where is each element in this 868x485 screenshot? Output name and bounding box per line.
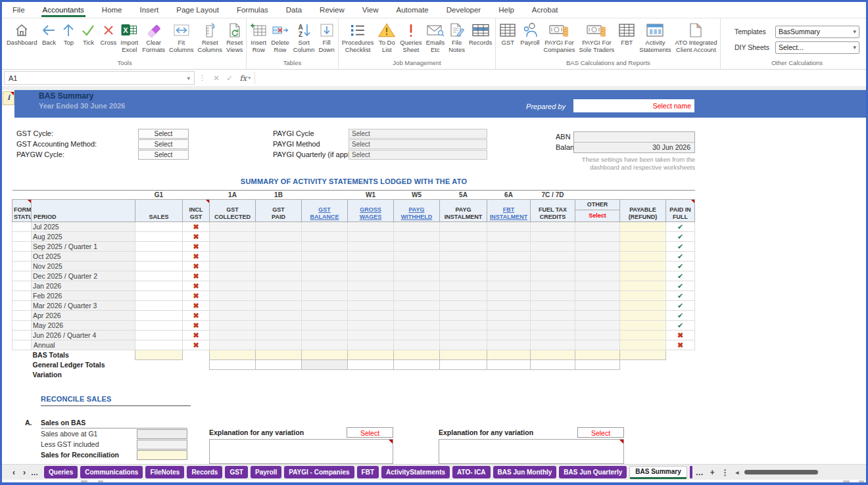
totals-cell[interactable] <box>348 360 394 370</box>
menu-item-page-layout[interactable]: Page Layout <box>176 3 219 17</box>
data-cell[interactable] <box>575 271 620 281</box>
period-cell[interactable]: Annual <box>32 340 135 350</box>
data-cell[interactable] <box>440 232 487 242</box>
explanation-textarea[interactable] <box>209 439 393 464</box>
totals-cell[interactable] <box>302 350 348 360</box>
data-cell[interactable] <box>135 340 183 350</box>
totals-cell[interactable] <box>440 350 487 360</box>
ribbon-button-import-excel[interactable]: XImportExcel <box>118 19 140 53</box>
data-cell[interactable] <box>440 242 487 252</box>
data-cell[interactable] <box>256 321 302 331</box>
data-cell[interactable] <box>210 232 256 242</box>
data-cell[interactable] <box>12 262 32 271</box>
data-cell[interactable] <box>531 222 575 232</box>
totals-cell[interactable] <box>487 360 531 370</box>
data-cell[interactable] <box>440 281 487 291</box>
paid-in-full-icon[interactable]: ✔ <box>666 232 695 242</box>
data-cell[interactable] <box>440 271 487 281</box>
data-cell[interactable] <box>575 340 620 350</box>
sheet-tab-records[interactable]: Records <box>187 466 222 478</box>
paid-in-full-icon[interactable]: ✔ <box>666 321 695 331</box>
ribbon-button-clear-formats[interactable]: ClearFormats <box>140 19 167 53</box>
ribbon-button-insert-row[interactable]: InsertRow <box>248 19 269 53</box>
data-cell[interactable] <box>531 252 575 262</box>
balance-date-field[interactable]: 30 Jun 2026 <box>574 142 694 152</box>
data-cell[interactable] <box>620 311 666 321</box>
totals-cell[interactable] <box>256 360 302 370</box>
data-cell[interactable] <box>440 262 487 271</box>
period-cell[interactable]: Jun 2026 / Quarter 4 <box>32 331 135 340</box>
data-cell[interactable] <box>302 222 348 232</box>
data-cell[interactable] <box>302 262 348 271</box>
reconcile-field-less-gst-included[interactable] <box>137 440 187 450</box>
totals-cell[interactable] <box>210 360 256 370</box>
menu-item-acrobat[interactable]: Acrobat <box>532 3 558 17</box>
sheet-tab-ato-ica[interactable]: ATO- ICA <box>452 466 491 478</box>
data-cell[interactable] <box>531 321 575 331</box>
menu-item-accountants[interactable]: Accountants <box>43 3 84 17</box>
data-cell[interactable] <box>487 271 531 281</box>
data-cell[interactable] <box>620 271 666 281</box>
setting-select-paygi-quarterly-if-applic[interactable]: Select <box>349 150 487 160</box>
period-cell[interactable]: Aug 2025 <box>32 232 135 242</box>
sheet-tab-bas-summary[interactable]: BAS Summary <box>629 466 687 479</box>
ribbon-button-reset-columns[interactable]: ResetColumns <box>196 19 225 53</box>
data-cell[interactable] <box>210 340 256 350</box>
data-cell[interactable] <box>256 252 302 262</box>
data-cell[interactable] <box>620 281 666 291</box>
totals-cell[interactable] <box>620 350 666 360</box>
ribbon-button-paygi-for-companies[interactable]: PAYGI ForCompanies <box>541 19 577 53</box>
data-cell[interactable] <box>487 281 531 291</box>
lodged-status-icon[interactable]: ✖ <box>183 271 210 281</box>
lodged-status-icon[interactable]: ✖ <box>183 222 210 232</box>
data-cell[interactable] <box>620 340 666 350</box>
data-cell[interactable] <box>620 242 666 252</box>
data-cell[interactable] <box>135 301 183 311</box>
data-cell[interactable] <box>348 242 394 252</box>
totals-cell[interactable] <box>487 350 531 360</box>
data-cell[interactable] <box>12 301 32 311</box>
data-cell[interactable] <box>12 281 32 291</box>
data-cell[interactable] <box>12 271 32 281</box>
menu-item-help[interactable]: Help <box>498 3 514 17</box>
data-cell[interactable] <box>210 291 256 301</box>
data-cell[interactable] <box>256 271 302 281</box>
sheet-tab-gst[interactable]: GST <box>225 466 248 478</box>
menu-item-developer[interactable]: Developer <box>446 3 481 17</box>
data-cell[interactable] <box>620 262 666 271</box>
data-cell[interactable] <box>440 291 487 301</box>
ribbon-button-file-notes[interactable]: FileNotes <box>446 19 467 53</box>
data-cell[interactable] <box>575 331 620 340</box>
data-cell[interactable] <box>575 252 620 262</box>
data-cell[interactable] <box>531 340 575 350</box>
data-cell[interactable] <box>440 321 487 331</box>
cancel-icon[interactable]: ✕ <box>213 74 220 83</box>
menu-item-review[interactable]: Review <box>320 3 345 17</box>
data-cell[interactable] <box>531 291 575 301</box>
data-cell[interactable] <box>394 222 440 232</box>
more-tabs-icon[interactable]: … <box>696 468 704 477</box>
lodged-status-icon[interactable]: ✖ <box>183 262 210 271</box>
period-cell[interactable]: Nov 2025 <box>32 262 135 271</box>
data-cell[interactable] <box>348 331 394 340</box>
data-cell[interactable] <box>487 331 531 340</box>
prepared-by-field[interactable]: Select name <box>573 99 694 112</box>
data-cell[interactable] <box>487 301 531 311</box>
data-cell[interactable] <box>487 291 531 301</box>
paid-in-full-icon[interactable]: ✖ <box>666 331 695 340</box>
data-cell[interactable] <box>135 291 183 301</box>
lodged-status-icon[interactable]: ✖ <box>183 331 210 340</box>
totals-cell[interactable] <box>210 350 256 360</box>
data-cell[interactable] <box>302 232 348 242</box>
ribbon-button-fill-down[interactable]: FillDown <box>316 19 336 53</box>
other-select[interactable]: Select <box>575 210 619 221</box>
data-cell[interactable] <box>575 321 620 331</box>
data-cell[interactable] <box>394 262 440 271</box>
enter-icon[interactable]: ✓ <box>226 74 233 83</box>
data-cell[interactable] <box>620 222 666 232</box>
data-cell[interactable] <box>210 262 256 271</box>
menu-item-formulas[interactable]: Formulas <box>237 3 268 17</box>
data-cell[interactable] <box>256 281 302 291</box>
paid-in-full-icon[interactable]: ✔ <box>666 262 695 271</box>
data-cell[interactable] <box>531 301 575 311</box>
